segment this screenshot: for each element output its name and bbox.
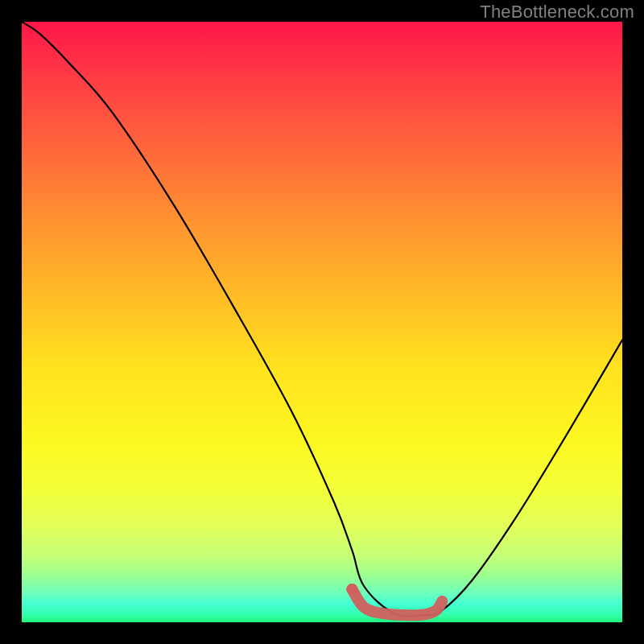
chart-plot-area: [22, 22, 622, 622]
chart-svg: [22, 22, 622, 622]
watermark-text: TheBottleneck.com: [480, 2, 634, 23]
highlight-dot: [346, 584, 357, 595]
highlight-path: [352, 589, 442, 615]
curve-path: [22, 22, 622, 617]
chart-frame: TheBottleneck.com: [0, 0, 644, 644]
